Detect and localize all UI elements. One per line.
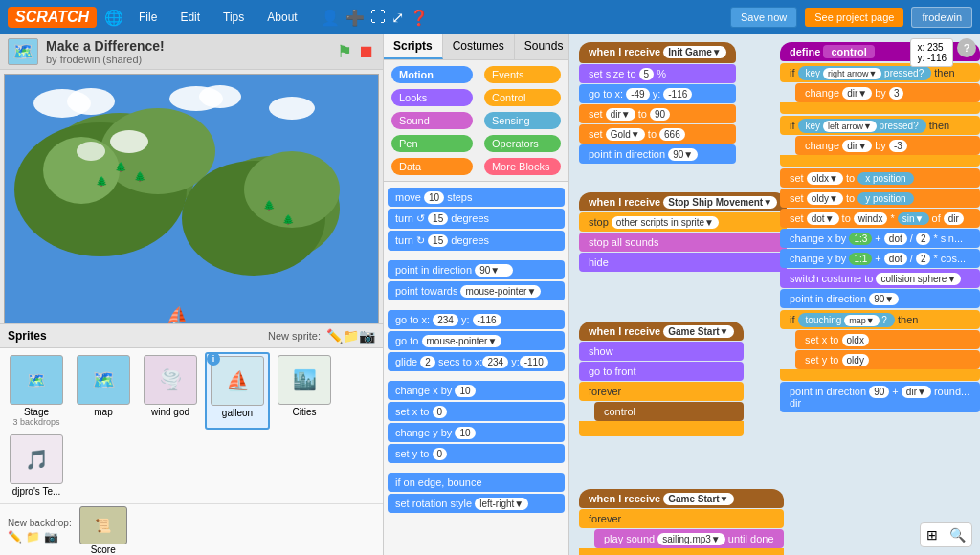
block-play-sound[interactable]: play sound sailing.mp3▼ until done <box>594 529 784 548</box>
svg-point-5 <box>110 130 148 153</box>
sprite-thumb-map: 🗺️ <box>77 355 130 405</box>
backdrop-item[interactable]: 📜 Score <box>79 506 127 555</box>
block-set-x-oldx[interactable]: set x to oldx <box>795 330 980 349</box>
block-stop-other-scripts[interactable]: stop other scripts in sprite▼ <box>579 212 787 232</box>
block-forever-1[interactable]: forever <box>579 382 744 401</box>
block-forever-bottom <box>579 421 744 436</box>
block-point-direction[interactable]: point in direction 90▼ <box>388 260 565 279</box>
block-when-receive-gamestart2[interactable]: when I receive Game Start▼ <box>579 489 784 508</box>
see-project-button[interactable]: See project page <box>805 8 903 27</box>
sprite-item-cities[interactable]: 🏙️ Cities <box>272 352 337 430</box>
block-set-gold[interactable]: set Gold▼ to 666 <box>579 124 736 144</box>
block-change-dir-left[interactable]: change dir▼ by -3 <box>795 136 980 155</box>
block-change-x-formula[interactable]: change x by 1:3 + dot / 2 * sin... <box>780 229 980 248</box>
help-icon[interactable]: ❓ <box>410 9 429 27</box>
block-when-receive-stop[interactable]: when I receive Stop Ship Movement▼ <box>579 192 787 211</box>
file-menu[interactable]: File <box>131 7 165 28</box>
help-button-code[interactable]: ? <box>957 38 976 57</box>
sprite-item-stage[interactable]: 🗺️ Stage 3 backdrops <box>4 352 69 430</box>
block-turn-ccw[interactable]: turn ↺ 15 degrees <box>388 209 565 229</box>
save-button[interactable]: Save now <box>730 7 797 28</box>
file-sprite-icon[interactable]: 📁 <box>343 328 359 344</box>
sprite-item-map[interactable]: 🗺️ map <box>71 352 136 430</box>
block-stop-all-sounds[interactable]: stop all sounds <box>579 233 787 252</box>
camera-backdrop-icon[interactable]: 📷 <box>44 530 58 544</box>
person-icon: 👤 <box>321 9 340 27</box>
block-point-direction-final[interactable]: point in direction 90 + dir▼ round... di… <box>780 382 980 412</box>
paint-sprite-icon[interactable]: ✏️ <box>326 328 343 344</box>
block-set-size[interactable]: set size to 5 % <box>579 64 736 83</box>
block-point-towards[interactable]: point towards mouse-pointer▼ <box>388 281 565 300</box>
block-goto-front[interactable]: go to front <box>579 362 744 381</box>
zoom-controls: ⊞ 🔍 <box>920 522 972 547</box>
category-operators[interactable]: Operators <box>484 135 561 152</box>
block-change-y[interactable]: change y by 10 <box>388 423 565 442</box>
block-move-steps[interactable]: move 10 steps <box>388 188 565 207</box>
block-set-y-oldy[interactable]: set y to oldy <box>795 350 980 369</box>
block-set-rotation[interactable]: set rotation style left-right▼ <box>388 494 565 513</box>
globe-icon[interactable]: 🌐 <box>104 9 123 27</box>
edit-menu[interactable]: Edit <box>172 7 208 28</box>
tab-scripts[interactable]: Scripts <box>384 34 443 59</box>
block-point-direction-init[interactable]: point in direction 90▼ <box>579 144 736 164</box>
block-when-receive-gamestart1[interactable]: when I receive Game Start▼ <box>579 322 744 341</box>
block-goto-pointer[interactable]: go to mouse-pointer▼ <box>388 331 565 350</box>
zoom-fit-icon[interactable]: ⊞ <box>923 525 942 544</box>
block-set-dot[interactable]: set dot▼ to windx * sin▼ of dir <box>780 209 980 228</box>
category-control[interactable]: Control <box>484 89 561 106</box>
scratch-logo[interactable]: SCRATCH <box>8 7 97 28</box>
block-switch-costume[interactable]: switch costume to collision sphere▼ <box>780 269 980 288</box>
stop-button[interactable]: ⏹ <box>358 42 375 62</box>
category-events[interactable]: Events <box>484 66 561 83</box>
categories-right: Events Control Sensing Operators More Bl… <box>480 64 565 177</box>
tab-costumes[interactable]: Costumes <box>443 34 515 59</box>
category-pen[interactable]: Pen <box>391 135 473 152</box>
file-backdrop-icon[interactable]: 📁 <box>26 530 40 544</box>
block-turn-cw[interactable]: turn ↻ 15 degrees <box>388 231 565 251</box>
block-forever-sound[interactable]: forever <box>579 509 784 528</box>
block-change-dir-right[interactable]: change dir▼ by 3 <box>795 83 980 102</box>
block-set-dir[interactable]: set dir▼ to 90 <box>579 104 736 123</box>
block-if-on-edge-bounce[interactable]: if on edge, bounce <box>388 473 565 492</box>
block-point-direction-90[interactable]: point in direction 90▼ <box>780 289 980 308</box>
category-motion[interactable]: Motion <box>391 66 473 83</box>
block-goto-xy-init[interactable]: go to x: -49 y: -116 <box>579 84 736 103</box>
about-menu[interactable]: About <box>259 7 304 28</box>
paint-backdrop-icon[interactable]: ✏️ <box>8 530 22 544</box>
camera-sprite-icon[interactable]: 📷 <box>359 328 375 344</box>
sprite-item-windgod[interactable]: 🌪️ wind god <box>138 352 203 430</box>
category-data[interactable]: Data <box>391 158 473 175</box>
sprite-item-djpro[interactable]: 🎵 djpro's Te... <box>4 432 69 500</box>
block-goto-xy[interactable]: go to x: 234 y: -116 <box>388 310 565 329</box>
tips-menu[interactable]: Tips <box>215 7 252 28</box>
script-game-start-2: when I receive Game Start▼ forever play … <box>579 489 784 555</box>
block-hide[interactable]: hide <box>579 253 787 272</box>
user-button[interactable]: frodewin <box>911 7 972 28</box>
block-when-receive-init[interactable]: when I receive Init Game▼ <box>579 42 736 63</box>
expand-icon[interactable]: ⤢ <box>391 9 404 27</box>
block-glide[interactable]: glide 2 secs to x:234 y:-110 <box>388 352 565 371</box>
category-looks[interactable]: Looks <box>391 89 473 106</box>
block-set-oldx[interactable]: set oldx▼ to x position <box>780 168 980 188</box>
zoom-in-icon[interactable]: 🔍 <box>946 525 969 544</box>
block-set-y[interactable]: set y to 0 <box>388 444 565 463</box>
backdrop-area: New backdrop: ✏️ 📁 📷 📜 Score <box>0 503 383 555</box>
block-change-y-formula[interactable]: change y by 1:1 + dot / 2 * cos... <box>780 249 980 268</box>
block-if-left-arrow[interactable]: if key left arrow▼ pressed? then <box>780 116 980 135</box>
category-sensing[interactable]: Sensing <box>484 112 561 129</box>
block-if-touching-map[interactable]: if touching map▼ ? then <box>780 310 980 329</box>
fullscreen-icon[interactable]: ⛶ <box>370 9 386 26</box>
block-set-oldy[interactable]: set oldy▼ to y position <box>780 189 980 208</box>
block-set-x[interactable]: set x to 0 <box>388 402 565 421</box>
category-more[interactable]: More Blocks <box>484 158 561 175</box>
block-show[interactable]: show <box>579 342 744 361</box>
svg-point-6 <box>77 142 105 161</box>
tab-sounds[interactable]: Sounds <box>515 34 569 59</box>
block-change-x[interactable]: change x by 10 <box>388 381 565 400</box>
category-sound[interactable]: Sound <box>391 112 473 129</box>
backdrop-thumb: 📜 <box>79 506 127 544</box>
script-game-start-1: when I receive Game Start▼ show go to fr… <box>579 322 744 436</box>
block-control-inside[interactable]: control <box>594 402 744 421</box>
sprite-item-galleon[interactable]: ⛵ i galleon <box>205 352 270 430</box>
green-flag-button[interactable]: ⚑ <box>337 41 352 62</box>
